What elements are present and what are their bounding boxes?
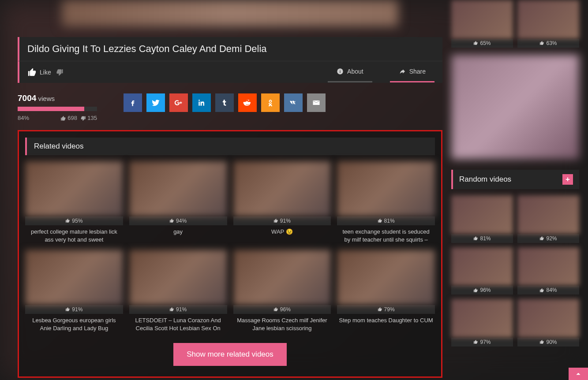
sidebar-video-card[interactable]: 97% <box>451 299 513 346</box>
share-facebook-button[interactable] <box>124 93 142 112</box>
sidebar-video-card[interactable]: 96% <box>451 247 513 295</box>
rating-badge: 97% <box>451 338 513 346</box>
share-google-plus-button[interactable] <box>169 93 188 112</box>
rating-badge: 63% <box>517 39 579 48</box>
sidebar-video-card[interactable]: 84% <box>517 247 579 295</box>
rating-badge: 96% <box>451 286 513 294</box>
related-video-card[interactable]: 91%LETSDOEIT – Luna Corazon And Cecilia … <box>129 250 227 332</box>
rating-badge: 65% <box>451 39 513 48</box>
related-video-card[interactable]: 81%teen exchange student is seduced by m… <box>337 161 435 244</box>
video-title-bar: Dildo Giving It To Lezzies Cayton Caley … <box>18 37 442 61</box>
video-thumbnail <box>451 195 513 234</box>
sidebar-ad-banner[interactable] <box>451 55 579 160</box>
rating-badge: 81% <box>337 216 435 225</box>
reddit-icon <box>243 98 252 107</box>
video-thumbnail <box>517 0 579 39</box>
sidebar-video-card[interactable]: 92% <box>517 195 579 243</box>
random-videos-header: Random videos + <box>451 170 579 189</box>
video-thumbnail <box>451 299 513 338</box>
video-thumbnail <box>517 195 579 234</box>
rating-badge: 79% <box>337 305 435 314</box>
tab-share[interactable]: Share <box>390 62 434 82</box>
views-label: views <box>38 95 55 102</box>
video-thumbnail <box>337 250 435 305</box>
dislike-button[interactable] <box>56 68 64 76</box>
odnoklassniki-icon <box>266 98 275 107</box>
tumblr-icon <box>220 98 229 107</box>
video-thumbnail <box>451 247 513 286</box>
stats-block: 7004 views 84% 698 135 <box>18 93 97 121</box>
share-reddit-button[interactable] <box>238 93 257 112</box>
tab-about[interactable]: About <box>328 62 372 82</box>
dislikes-count: 135 <box>87 115 97 121</box>
video-title: perfect college mature lesbian lick ass … <box>25 228 123 244</box>
info-icon <box>337 68 344 75</box>
video-thumbnail <box>517 247 579 286</box>
rating-badge: 94% <box>129 216 227 225</box>
share-email-button[interactable] <box>307 93 326 112</box>
rating-percent: 84% <box>18 115 29 121</box>
thumbs-up-icon <box>473 41 478 45</box>
sidebar-video-card[interactable]: 65% <box>451 0 513 48</box>
video-thumbnail <box>233 250 331 305</box>
thumbs-up-icon <box>273 218 278 223</box>
related-video-card[interactable]: 91%Lesbea Gorgeous european girls Anie D… <box>25 250 123 332</box>
show-more-button[interactable]: Show more related videos <box>173 343 287 366</box>
rating-badge: 84% <box>517 286 579 294</box>
video-title: LETSDOEIT – Luna Corazon And Cecilia Sco… <box>129 317 227 332</box>
chevron-up-icon <box>575 371 581 377</box>
video-thumbnail <box>233 161 331 216</box>
share-linkedin-button[interactable] <box>192 93 211 112</box>
rating-badge: 91% <box>25 305 123 314</box>
scroll-to-top-button[interactable] <box>569 368 588 380</box>
thumbs-up-icon <box>539 236 544 241</box>
rating-badge: 95% <box>25 216 123 225</box>
hero-video-thumbnail[interactable] <box>62 0 398 26</box>
video-thumbnail <box>25 250 123 305</box>
share-odnoklassniki-button[interactable] <box>261 93 280 112</box>
video-thumbnail <box>337 161 435 216</box>
share-twitter-button[interactable] <box>146 93 165 112</box>
thumbs-up-icon <box>539 288 544 293</box>
video-title: teen exchange student is seduced by milf… <box>337 228 435 244</box>
like-button[interactable]: Like <box>27 67 51 77</box>
sidebar-video-card[interactable]: 90% <box>517 299 579 346</box>
thumbs-up-icon <box>378 218 382 223</box>
thumbs-up-icon <box>473 288 478 293</box>
rating-bar <box>18 107 97 111</box>
rating-badge: 91% <box>233 216 331 225</box>
related-videos-section: Related videos 95%perfect college mature… <box>18 130 442 378</box>
video-title: Lesbea Gorgeous european girls Anie Darl… <box>25 317 123 332</box>
related-video-card[interactable]: 91%WAP 😉 <box>233 161 331 244</box>
sidebar-video-card[interactable]: 63% <box>517 0 579 48</box>
rating-bar-fill <box>18 107 84 111</box>
thumbs-down-icon <box>80 115 86 121</box>
rating-badge: 92% <box>517 234 579 243</box>
thumbs-up-icon <box>273 307 278 312</box>
facebook-icon <box>128 98 137 107</box>
video-title: WAP 😉 <box>233 228 331 236</box>
rating-badge: 91% <box>129 305 227 314</box>
rating-badge: 81% <box>451 234 513 243</box>
twitter-icon <box>151 98 160 107</box>
related-video-card[interactable]: 79%Step mom teaches Daughter to CUM <box>337 250 435 332</box>
thumbs-up-icon <box>169 218 174 223</box>
thumbs-up-icon <box>539 41 544 45</box>
share-vk-button[interactable] <box>284 93 303 112</box>
share-icon <box>399 68 406 75</box>
sidebar-video-card[interactable]: 81% <box>451 195 513 243</box>
video-title: Step mom teaches Daughter to CUM <box>337 317 435 324</box>
like-label: Like <box>40 69 51 76</box>
thumbs-up-icon <box>473 236 478 241</box>
share-tumblr-button[interactable] <box>215 93 234 112</box>
related-video-card[interactable]: 94%gay <box>129 161 227 244</box>
related-video-card[interactable]: 96%Massage Rooms Czech milf Jenifer Jane… <box>233 250 331 332</box>
google-plus-icon <box>174 98 183 107</box>
random-plus-button[interactable]: + <box>562 174 573 185</box>
video-title: Massage Rooms Czech milf Jenifer Jane le… <box>233 317 331 332</box>
video-thumbnail <box>129 250 227 305</box>
video-title: Dildo Giving It To Lezzies Cayton Caley … <box>27 43 434 55</box>
related-video-card[interactable]: 95%perfect college mature lesbian lick a… <box>25 161 123 244</box>
thumbs-down-icon <box>56 68 64 76</box>
thumbs-up-icon <box>65 218 70 223</box>
